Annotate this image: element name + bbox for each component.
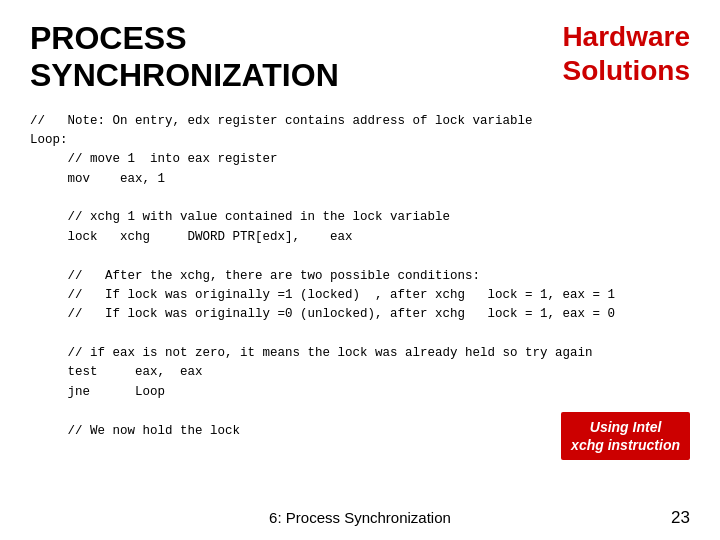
code-line: lock xchg DWORD PTR[edx], eax: [30, 228, 690, 247]
subtitle-line2: Solutions: [562, 54, 690, 88]
title-line1: PROCESS: [30, 20, 339, 57]
annotation-line2: xchg instruction: [571, 436, 680, 454]
code-line: test eax, eax: [30, 363, 690, 382]
title-line2: SYNCHRONIZATION: [30, 57, 339, 94]
code-line: // if eax is not zero, it means the lock…: [30, 344, 690, 363]
code-line: // After the xchg, there are two possibl…: [30, 267, 690, 286]
code-line: // If lock was originally =1 (locked) , …: [30, 286, 690, 305]
code-line: // move 1 into eax register: [30, 150, 690, 169]
code-line: [30, 325, 690, 344]
subtitle-line1: Hardware: [562, 20, 690, 54]
code-block: // Note: On entry, edx register contains…: [30, 112, 690, 441]
slide: PROCESS SYNCHRONIZATION Hardware Solutio…: [0, 0, 720, 540]
code-line: [30, 189, 690, 208]
footer-page: 23: [671, 508, 690, 528]
code-line: // Note: On entry, edx register contains…: [30, 112, 690, 131]
footer-label: 6: Process Synchronization: [269, 509, 451, 526]
code-line: [30, 247, 690, 266]
slide-title: PROCESS SYNCHRONIZATION: [30, 20, 339, 94]
slide-subtitle: Hardware Solutions: [562, 20, 690, 87]
header: PROCESS SYNCHRONIZATION Hardware Solutio…: [30, 20, 690, 94]
annotation-box: Using Intel xchg instruction: [561, 412, 690, 460]
code-line: mov eax, 1: [30, 170, 690, 189]
annotation-line1: Using Intel: [571, 418, 680, 436]
code-line: // xchg 1 with value contained in the lo…: [30, 208, 690, 227]
code-line: // If lock was originally =0 (unlocked),…: [30, 305, 690, 324]
code-line: Loop:: [30, 131, 690, 150]
footer: 6: Process Synchronization 23: [0, 509, 720, 526]
code-line: jne Loop: [30, 383, 690, 402]
